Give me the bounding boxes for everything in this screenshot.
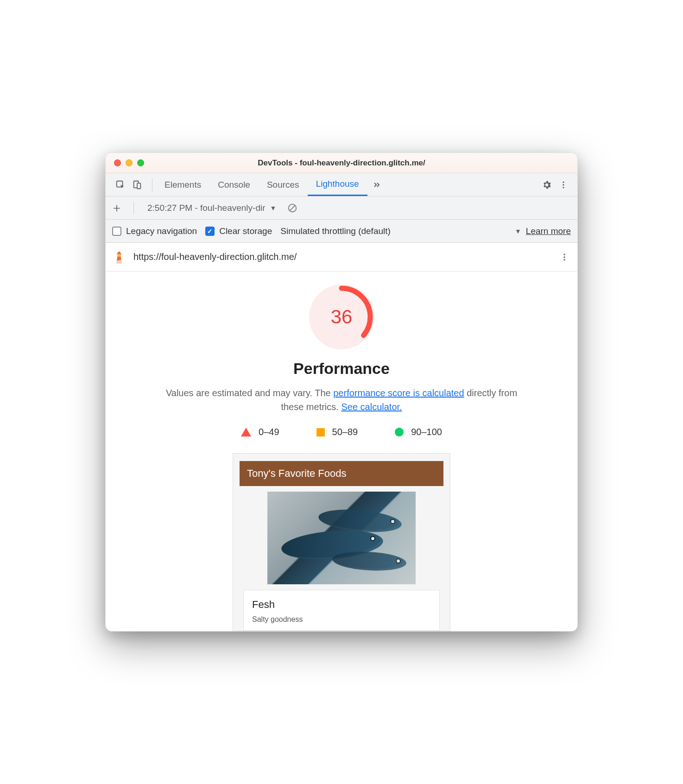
devtools-window: DevTools - foul-heavenly-direction.glitc… bbox=[105, 152, 578, 632]
svg-point-4 bbox=[563, 184, 564, 185]
zoom-window-button[interactable] bbox=[137, 159, 144, 166]
devtools-tabs: Elements Console Sources Lighthouse bbox=[106, 173, 577, 196]
thumbnail-image bbox=[267, 492, 416, 584]
divider bbox=[133, 202, 134, 215]
score-legend: 0–49 50–89 90–100 bbox=[241, 427, 442, 437]
thumbnail-subtitle: Salty goodness bbox=[252, 615, 431, 624]
tab-sources[interactable]: Sources bbox=[259, 173, 308, 196]
svg-rect-2 bbox=[137, 183, 140, 189]
svg-point-12 bbox=[563, 253, 565, 255]
clear-storage-option[interactable]: ✓ Clear storage bbox=[205, 226, 272, 236]
inspect-tools bbox=[109, 178, 148, 191]
legacy-navigation-label: Legacy navigation bbox=[126, 226, 197, 236]
legacy-navigation-checkbox[interactable] bbox=[112, 227, 121, 236]
titlebar: DevTools - foul-heavenly-direction.glitc… bbox=[106, 153, 577, 173]
legacy-navigation-option[interactable]: Legacy navigation bbox=[112, 226, 197, 236]
legend-fail-label: 0–49 bbox=[259, 427, 279, 437]
thumbnail-card: Fesh Salty goodness bbox=[243, 590, 440, 631]
divider bbox=[152, 178, 152, 191]
performance-description: Values are estimated and may vary. The p… bbox=[165, 386, 518, 414]
svg-marker-11 bbox=[116, 251, 121, 254]
clear-icon[interactable] bbox=[286, 202, 299, 215]
kebab-menu-icon[interactable] bbox=[557, 178, 570, 191]
legend-pass-label: 90–100 bbox=[411, 427, 442, 437]
traffic-lights bbox=[106, 159, 144, 166]
perf-score-link[interactable]: performance score is calculated bbox=[333, 388, 464, 398]
desc-text: Values are estimated and may vary. The bbox=[166, 388, 333, 398]
svg-point-13 bbox=[563, 256, 565, 258]
tab-elements[interactable]: Elements bbox=[156, 173, 209, 196]
report-url: https://foul-heavenly-direction.glitch.m… bbox=[133, 252, 297, 262]
legend-avg-label: 50–89 bbox=[332, 427, 358, 437]
new-report-button[interactable]: ＋ bbox=[110, 202, 123, 215]
performance-title: Performance bbox=[293, 360, 390, 378]
device-toggle-icon[interactable] bbox=[131, 178, 144, 191]
svg-point-5 bbox=[563, 187, 564, 188]
circle-icon bbox=[395, 428, 404, 436]
chevron-down-icon: ▼ bbox=[270, 204, 277, 212]
performance-gauge: 36 bbox=[309, 285, 374, 349]
page-thumbnail: Tony's Favorite Foods Fesh Salty goodnes… bbox=[233, 453, 450, 631]
svg-line-7 bbox=[290, 205, 295, 210]
lighthouse-options: Legacy navigation ✓ Clear storage Simula… bbox=[106, 220, 577, 243]
learn-more-link[interactable]: Learn more bbox=[526, 226, 571, 236]
minimize-window-button[interactable] bbox=[126, 159, 133, 166]
session-label: 2:50:27 PM - foul-heavenly-dir bbox=[147, 203, 266, 213]
lighthouse-icon bbox=[112, 250, 126, 264]
tab-console[interactable]: Console bbox=[209, 173, 259, 196]
svg-point-3 bbox=[563, 181, 564, 183]
window-title: DevTools - foul-heavenly-direction.glitc… bbox=[106, 158, 577, 168]
inspect-element-icon[interactable] bbox=[114, 178, 127, 191]
legend-fail: 0–49 bbox=[241, 427, 279, 437]
performance-gauge-section: 36 Performance Values are estimated and … bbox=[106, 285, 577, 631]
svg-rect-10 bbox=[117, 254, 121, 257]
square-icon bbox=[316, 428, 325, 436]
report-session-select[interactable]: 2:50:27 PM - foul-heavenly-dir ▼ bbox=[144, 200, 279, 216]
close-window-button[interactable] bbox=[114, 159, 121, 166]
legend-pass: 90–100 bbox=[395, 427, 442, 437]
lighthouse-toolbar: ＋ 2:50:27 PM - foul-heavenly-dir ▼ bbox=[106, 196, 577, 220]
thumbnail-header: Tony's Favorite Foods bbox=[240, 461, 443, 486]
svg-point-14 bbox=[563, 259, 565, 260]
clear-storage-label: Clear storage bbox=[219, 226, 272, 236]
report-menu-icon[interactable] bbox=[558, 251, 571, 264]
learn-more: ▼ Learn more bbox=[515, 226, 571, 236]
tab-lighthouse[interactable]: Lighthouse bbox=[308, 173, 367, 196]
lighthouse-report: 36 Performance Values are estimated and … bbox=[106, 272, 577, 631]
settings-icon[interactable] bbox=[540, 178, 553, 191]
clear-storage-checkbox[interactable]: ✓ bbox=[205, 227, 215, 236]
throttling-label: Simulated throttling (default) bbox=[280, 226, 391, 236]
more-tabs-icon[interactable] bbox=[370, 178, 383, 191]
triangle-icon bbox=[241, 428, 251, 436]
report-url-row: https://foul-heavenly-direction.glitch.m… bbox=[106, 243, 577, 272]
performance-score: 36 bbox=[309, 285, 374, 349]
thumbnail-title: Fesh bbox=[252, 599, 431, 611]
legend-average: 50–89 bbox=[316, 427, 358, 437]
see-calculator-link[interactable]: See calculator. bbox=[341, 402, 402, 412]
chevron-down-icon[interactable]: ▼ bbox=[515, 228, 521, 235]
